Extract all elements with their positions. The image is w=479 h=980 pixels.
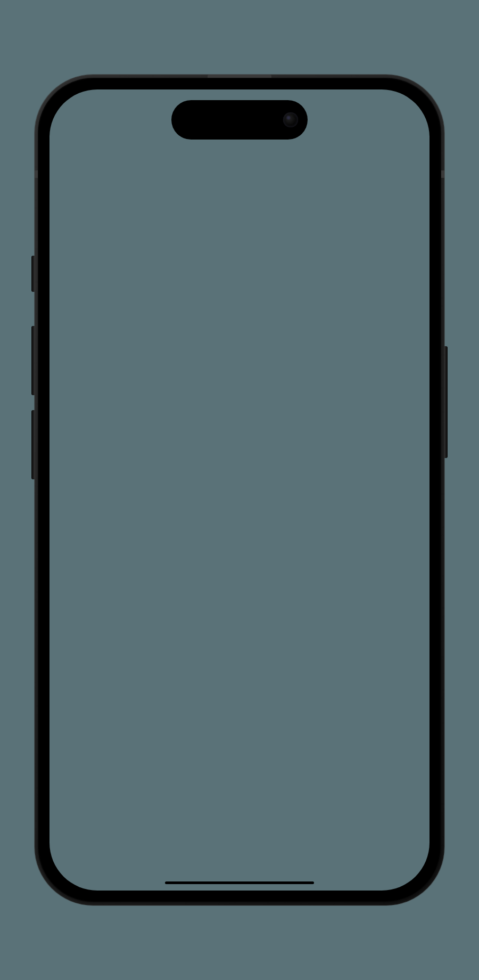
phone-bezel bbox=[38, 78, 441, 902]
screen[interactable] bbox=[49, 89, 430, 891]
phone-frame bbox=[35, 75, 444, 905]
phone-mockup bbox=[35, 75, 444, 905]
home-indicator[interactable] bbox=[165, 881, 314, 884]
front-camera-icon bbox=[283, 112, 298, 127]
dynamic-island[interactable] bbox=[171, 100, 308, 140]
power-button[interactable] bbox=[444, 346, 448, 458]
antenna-band-right bbox=[441, 170, 444, 178]
